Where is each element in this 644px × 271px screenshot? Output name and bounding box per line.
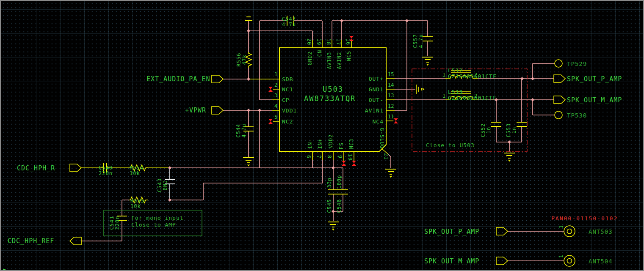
pin-number-21: 21 — [383, 153, 389, 160]
l512-pin1: 1 — [442, 72, 445, 78]
note-mono-line2: Close to AMP — [131, 222, 176, 228]
pin-number-4: 4 — [274, 103, 277, 109]
label-c553[interactable]: C5531n — [506, 123, 517, 137]
label-c546-value[interactable]: 100p — [337, 175, 342, 189]
port-cdc-hph-r[interactable] — [70, 164, 81, 172]
capacitor-c552[interactable] — [491, 122, 501, 126]
pin-name-avin2: AVIN2 — [337, 52, 342, 69]
pin-number-17: 17 — [335, 38, 341, 45]
pin-number-12: 12 — [388, 103, 394, 109]
label-r554[interactable]: R55410k — [130, 154, 144, 182]
pin-name-nc5: NC5 — [346, 51, 352, 61]
port-cdc-hph-ref[interactable] — [70, 237, 81, 245]
label-c543-dni[interactable]: C543DNI — [157, 178, 168, 192]
ant504-connector[interactable] — [564, 255, 575, 266]
ant503-label: ANT503 — [589, 228, 613, 235]
pin-name-nc2: NC2 — [282, 118, 293, 125]
pin-name-sdb: SDB — [282, 76, 293, 82]
l513-pin2: 2 — [474, 93, 477, 99]
ant504-pin-number: 1 — [558, 255, 564, 258]
label-c540[interactable]: C540220n — [99, 154, 113, 182]
pin-number-6: 6 — [306, 155, 311, 159]
ant503-partnumber: PAN00-01150-0102 — [551, 215, 618, 222]
label-c541[interactable]: C541220n — [109, 216, 120, 230]
port-spk-out-p-amp-bottom[interactable] — [496, 227, 508, 235]
ant504-label: ANT504 — [589, 258, 613, 265]
note-mono-line1: For mono input — [131, 215, 184, 221]
schematic-graphics — [0, 0, 644, 271]
testpoint-tp530[interactable] — [555, 111, 562, 119]
pin-name-cn: CN — [317, 50, 323, 57]
pin-name-nc4: NC4 — [356, 118, 384, 125]
ant503-pin-number: 1 — [558, 225, 564, 228]
pin-number-18: 18 — [326, 38, 331, 45]
pin-name-in-plus: IN+ — [318, 139, 323, 149]
pin-name-nc1: NC1 — [282, 86, 293, 93]
label-c545-ref[interactable]: C545 — [327, 199, 332, 213]
label-l513[interactable]: L513GZ1608D601CTF — [448, 77, 497, 107]
ic-partnumber[interactable]: AW8733ATQR — [304, 94, 356, 103]
net-label-spk-out-m-amp-bottom[interactable]: SPK_OUT_M_AMP — [424, 257, 479, 265]
pin-number-8: 8 — [326, 155, 332, 159]
port-spk-out-m-amp[interactable] — [554, 96, 565, 104]
label-c547[interactable]: C5474.7u — [282, 5, 296, 33]
pin-number-10: 10 — [347, 154, 353, 161]
net-label-vpwr[interactable]: +VPWR — [185, 107, 206, 114]
testpoint-tp529[interactable] — [555, 60, 562, 67]
capacitor-c557[interactable] — [423, 37, 433, 41]
label-r556[interactable]: R55647k — [236, 53, 247, 67]
pin-name-vdd2: VDD2 — [328, 134, 334, 148]
testpoint-label-tp529: TP529 — [567, 60, 587, 67]
pin-name-nc3: NC3 — [349, 139, 354, 149]
pin-name-gnd1: GND1 — [356, 86, 384, 93]
net-label-cdc-hph-ref[interactable]: CDC_HPH_REF — [8, 237, 54, 245]
pin-number-9: 9 — [337, 155, 343, 159]
pin-number-5: 5 — [274, 114, 277, 120]
net-label-ext-audio-pa-en[interactable]: EXT_AUDIO_PA_EN — [146, 75, 210, 83]
capacitor-c546[interactable] — [338, 190, 348, 194]
pin-number-7: 7 — [316, 155, 321, 159]
pin-name-g-slug: G-SLUG — [379, 128, 384, 148]
port-spk-out-m-amp-bottom[interactable] — [496, 257, 508, 265]
pin-number-3: 3 — [274, 93, 277, 99]
label-c552[interactable]: C5521n — [481, 123, 492, 137]
pin-name-in-minus: IN- — [307, 139, 313, 149]
pin-name-avin3: AVIN3 — [327, 52, 332, 69]
pin-number-16: 16 — [345, 38, 351, 45]
note-close-to-u503: Close to U503 — [426, 142, 475, 148]
label-c557[interactable]: C5574.7u — [413, 34, 424, 48]
port-vpwr[interactable] — [212, 107, 223, 114]
pin-number-2: 2 — [274, 82, 277, 88]
schematic-canvas[interactable]: EXT_AUDIO_PA_EN +VPWR CDC_HPH_R CDC_HPH_… — [0, 0, 644, 271]
pin-number-1: 1 — [274, 71, 277, 77]
pin-name-outp: OUT+ — [356, 76, 384, 82]
testpoint-label-tp530: TP530 — [567, 112, 587, 119]
pin-name-fs: FS — [339, 142, 344, 149]
capacitor-c545[interactable] — [328, 190, 338, 194]
net-label-spk-out-p-amp[interactable]: SPK_OUT_P_AMP — [567, 75, 622, 83]
pin-name-cp: CP — [282, 97, 290, 103]
ic-refdes[interactable]: U503 — [323, 85, 343, 93]
label-r555[interactable]: R55510k — [130, 187, 144, 215]
pin-number-11: 11 — [388, 114, 394, 120]
net-label-spk-out-p-amp-bottom[interactable]: SPK_OUT_P_AMP — [424, 228, 479, 235]
label-c544[interactable]: C5444.7u — [236, 124, 247, 138]
port-spk-out-p-amp[interactable] — [554, 75, 565, 82]
pin-number-15: 15 — [388, 71, 394, 77]
label-c545-value[interactable]: 33p — [327, 178, 332, 188]
pin-number-14: 14 — [388, 82, 394, 88]
pin-number-19: 19 — [316, 38, 321, 45]
port-ext-audio-pa-en[interactable] — [212, 75, 223, 83]
pin-number-20: 20 — [306, 38, 312, 45]
l512-pin2: 2 — [474, 72, 477, 78]
net-label-spk-out-m-amp[interactable]: SPK_OUT_M_AMP — [567, 96, 622, 104]
ant503-connector[interactable] — [564, 226, 575, 237]
pin-name-avin1: AVIN1 — [356, 107, 384, 114]
l513-pin1: 1 — [442, 93, 445, 99]
net-label-cdc-hph-r[interactable]: CDC_HPH_R — [17, 164, 55, 172]
label-c546-ref[interactable]: C546 — [337, 199, 342, 213]
pin-number-13: 13 — [388, 93, 394, 99]
pin-name-vdd1: VDD1 — [282, 107, 297, 114]
capacitor-c553[interactable] — [517, 122, 527, 126]
pin-name-gnd2: GND2 — [307, 52, 313, 66]
